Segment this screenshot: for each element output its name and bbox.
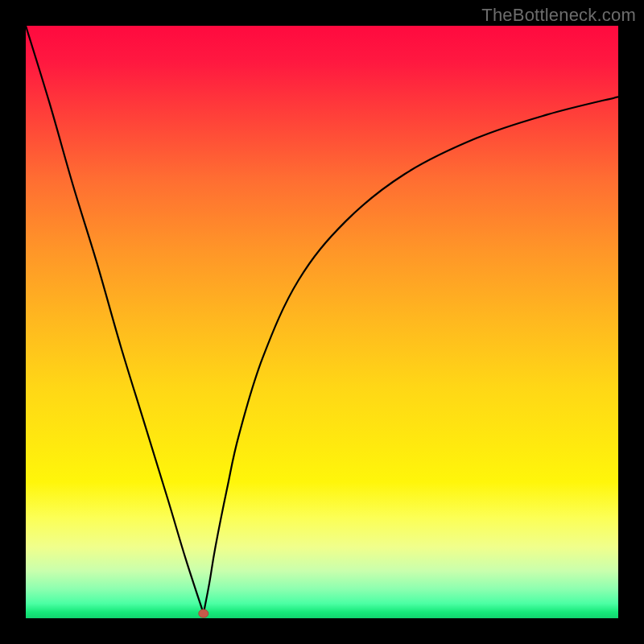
- minimum-marker: [199, 609, 208, 617]
- chart-svg: [26, 26, 618, 618]
- watermark-text: TheBottleneck.com: [481, 5, 636, 26]
- curve-right-branch: [204, 97, 618, 613]
- curve-left-branch: [26, 26, 204, 613]
- plot-area: [26, 26, 618, 618]
- chart-frame: TheBottleneck.com: [0, 0, 644, 644]
